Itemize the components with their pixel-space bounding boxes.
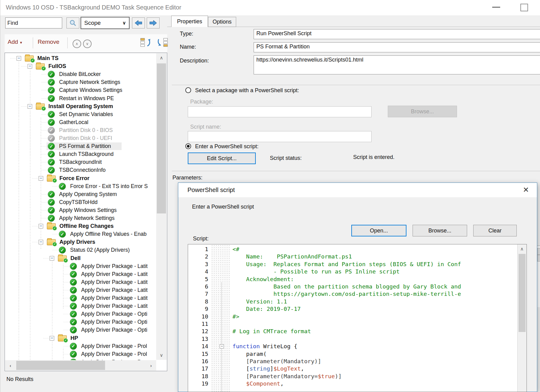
- scroll-up-icon[interactable]: ∧: [518, 245, 526, 253]
- tree-step-row[interactable]: ✓Apply Driver Package - Latit: [5, 278, 156, 286]
- editor-vscroll-thumb[interactable]: [519, 254, 526, 332]
- collapse-icon[interactable]: −: [17, 56, 21, 61]
- add-button[interactable]: Add ▼: [8, 39, 23, 45]
- tree-step-row[interactable]: ✓Apply Driver Package - Opti: [5, 326, 156, 334]
- scroll-up-icon[interactable]: ∧: [156, 53, 167, 62]
- script-editor[interactable]: 1<#2 Name: PSPartionAndFormat.ps13 Usage…: [188, 244, 527, 392]
- tree-step-row[interactable]: ✓Apply Driver Package - Prol: [5, 350, 156, 358]
- tree-step-row[interactable]: ✓PS Format & Partition: [5, 142, 156, 150]
- tab-options[interactable]: Options: [208, 17, 236, 27]
- tree-horizontal-scrollbar[interactable]: ‹ ›: [5, 360, 156, 371]
- tree-item-label: Apply Windows Settings: [59, 207, 117, 213]
- tree-connector-stub: [32, 178, 38, 179]
- collapse-icon[interactable]: −: [50, 256, 54, 261]
- tree-folder-row[interactable]: −✓HP: [5, 334, 156, 342]
- tree-hscroll-thumb[interactable]: [16, 361, 105, 370]
- collapse-icon[interactable]: −: [39, 224, 43, 228]
- tree-folder-row[interactable]: −✓Main TS: [5, 55, 156, 62]
- name-field[interactable]: PS Format & Partition: [254, 42, 540, 52]
- tree-vscroll-thumb[interactable]: [157, 63, 166, 213]
- collapse-icon[interactable]: −: [50, 336, 54, 341]
- tree-connector-stub: [64, 282, 69, 282]
- step-check-icon: ✓: [48, 199, 55, 206]
- collapse-icon[interactable]: −: [39, 176, 43, 181]
- tree-step-row[interactable]: ✓Apply Windows Settings: [5, 206, 156, 214]
- tree-step-row[interactable]: ✓Disable BitLocker: [5, 70, 156, 78]
- collapse-icon[interactable]: −: [28, 64, 32, 69]
- tree-step-row[interactable]: ✓Apply Driver Package - Latit: [5, 270, 156, 278]
- folder-icon: ✓: [58, 335, 67, 341]
- outdent-step-button[interactable]: [140, 37, 152, 48]
- step-check-icon: ✓: [70, 263, 77, 270]
- scroll-left-icon[interactable]: ‹: [6, 360, 15, 371]
- tree-folder-row[interactable]: −✓Install Operating System: [5, 103, 156, 111]
- editor-vertical-scrollbar[interactable]: ∧: [517, 244, 527, 392]
- tree-step-row[interactable]: ✓Status 02 (Apply Drivers): [5, 246, 156, 254]
- remove-button[interactable]: Remove: [38, 39, 59, 45]
- edit-script-button[interactable]: Edit Script...: [188, 153, 256, 164]
- open-button[interactable]: Open...: [351, 225, 406, 236]
- maximize-icon[interactable]: [520, 4, 528, 11]
- window-edge-sliver: [537, 183, 540, 392]
- move-down-button[interactable]: ∨: [83, 40, 92, 48]
- description-field[interactable]: https://onevinn.schrewelius.it/Scripts01…: [254, 55, 540, 74]
- tree-step-row[interactable]: ✓Apply Driver Package - Latit: [5, 286, 156, 294]
- tree-folder-row[interactable]: −✓Apply Drivers: [5, 238, 156, 246]
- tree-item-label: Capture Windows Settings: [59, 87, 122, 93]
- tree-step-row[interactable]: ✓Restart in Windows PE: [5, 95, 156, 103]
- tree-vertical-scrollbar[interactable]: ∧ ∨: [156, 53, 167, 360]
- move-up-button[interactable]: ∧: [73, 40, 81, 48]
- tree-step-row[interactable]: ✓Apply Driver Package - Prol: [5, 342, 156, 350]
- tree-step-row[interactable]: ✓Apply Driver Package - Opti: [5, 318, 156, 326]
- search-button[interactable]: [66, 17, 79, 28]
- find-previous-button[interactable]: [132, 17, 145, 28]
- select-package-radio[interactable]: [185, 87, 191, 93]
- scroll-down-icon[interactable]: ∨: [156, 351, 167, 360]
- step-check-icon: ✓: [48, 119, 55, 126]
- enter-script-radio[interactable]: [185, 143, 191, 149]
- tree-item-label: Apply Driver Package - Latit: [81, 271, 148, 277]
- tree-step-row[interactable]: ✓Apply Driver Package - Latit: [5, 302, 156, 310]
- tree-step-row[interactable]: ✓Apply Driver Package - Latit: [5, 262, 156, 270]
- spinner-down-button[interactable]: [537, 255, 540, 262]
- tree-step-row[interactable]: ✓Set Dynamic Variables: [5, 111, 156, 119]
- spinner-up-button[interactable]: [537, 248, 540, 255]
- tree-folder-row[interactable]: −✓Dell: [5, 254, 156, 262]
- collapse-icon[interactable]: −: [39, 240, 43, 244]
- tree-folder-row[interactable]: −✓Force Error: [5, 175, 156, 183]
- indent-step-button[interactable]: [157, 37, 168, 48]
- tree-step-row[interactable]: ✓Capture Windows Settings: [5, 86, 156, 94]
- collapse-icon[interactable]: −: [28, 104, 32, 109]
- tree-step-row[interactable]: ✓TSBConnectionInfo: [5, 166, 156, 174]
- close-icon[interactable]: ✕: [520, 185, 531, 195]
- code-fold-icon[interactable]: −: [220, 344, 224, 349]
- script-label: Script:: [193, 236, 209, 242]
- tree-folder-row[interactable]: −✓Offline Reg Changes: [5, 222, 156, 230]
- tree-step-row[interactable]: ✓Partition Disk 0 - BIOS: [5, 126, 156, 134]
- find-next-button[interactable]: [147, 17, 160, 28]
- tree-step-row[interactable]: ✓Force Error - Exit TS into Error S: [5, 183, 156, 190]
- tab-properties[interactable]: Properties: [171, 16, 208, 27]
- tree-step-row[interactable]: ✓Apply Driver Package - Opti: [5, 310, 156, 318]
- scroll-right-icon[interactable]: ›: [146, 360, 156, 371]
- tree-item-label: Install Operating System: [48, 103, 113, 110]
- scope-dropdown[interactable]: Scope ∨: [81, 17, 130, 29]
- tree-item-label: Disable BitLocker: [59, 71, 101, 77]
- tree-step-row[interactable]: ✓GatherLocal: [5, 119, 156, 126]
- tree-step-row[interactable]: ✓CopyTSBToHdd: [5, 198, 156, 206]
- browse-button[interactable]: Browse...: [413, 225, 467, 236]
- tree-step-row[interactable]: ✓Apply Operating System: [5, 190, 156, 198]
- tree-item-label: Launch TSBackground: [59, 151, 114, 157]
- minimize-icon[interactable]: [492, 7, 500, 8]
- tree-step-row[interactable]: ✓Launch TSBackground: [5, 150, 156, 158]
- clear-button[interactable]: Clear: [473, 225, 517, 236]
- tree-step-row[interactable]: ✓Partition Disk 0 - UEFI: [5, 134, 156, 142]
- tree-step-row[interactable]: ✓TSBackgroundInit: [5, 158, 156, 166]
- find-input[interactable]: [5, 17, 62, 28]
- tree-step-row[interactable]: ✓Capture Network Settings: [5, 78, 156, 86]
- tree-step-row[interactable]: ✓Apply Network Settings: [5, 214, 156, 222]
- tree-step-row[interactable]: ✓Apply Offline Reg Values - Enab: [5, 230, 156, 238]
- tree-folder-row[interactable]: −✓FullOS: [5, 62, 156, 70]
- code-text: - Possible to run as PS Inline script: [232, 268, 400, 275]
- tree-step-row[interactable]: ✓Apply Driver Package - Latit: [5, 294, 156, 302]
